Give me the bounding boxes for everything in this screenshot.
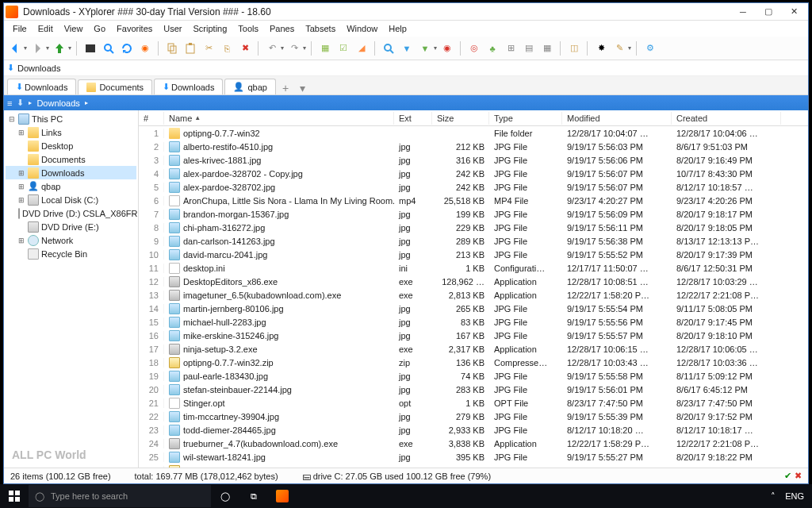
file-row[interactable]: 23todd-diemer-284465.jpgjpg2,933 KBJPG F… [139, 423, 808, 437]
undo-dropdown[interactable]: ▾ [281, 44, 284, 52]
file-row[interactable]: 17ninja-setup-3.2.exeexe2,317 KBApplicat… [139, 342, 808, 356]
tab-dropdown[interactable]: ▾ [295, 82, 310, 94]
file-row[interactable]: 15michael-hull-2283.jpgjpg83 KBJPG File9… [139, 315, 808, 329]
gear-icon[interactable]: ⚙ [642, 40, 658, 56]
tree-downloads[interactable]: ⊞Downloads [6, 166, 136, 179]
menu-go[interactable]: Go [88, 22, 111, 35]
file-row[interactable]: 25wil-stewart-18241.jpgjpg395 KBJPG File… [139, 450, 808, 464]
tool1-button[interactable]: ▦ [317, 40, 333, 56]
file-row[interactable]: 4alex-pardoe-328702 - Copy.jpgjpg242 KBJ… [139, 167, 808, 180]
new-tab-button[interactable]: + [278, 82, 293, 94]
grid2-button[interactable]: ▤ [521, 40, 537, 56]
file-row[interactable]: 16mike-erskine-315246.jpgjpg167 KBJPG Fi… [139, 329, 808, 342]
grid1-button[interactable]: ⊞ [503, 40, 519, 56]
target-button[interactable]: ◉ [137, 40, 153, 56]
file-row[interactable]: 5alex-pardoe-328702.jpgjpg242 KBJPG File… [139, 180, 808, 194]
candy-button[interactable]: ◎ [466, 40, 482, 56]
tree-this-pc[interactable]: ⊟This PC [6, 112, 136, 125]
cortana-button[interactable]: ◯ [211, 484, 239, 508]
col-ext[interactable]: Ext [394, 112, 432, 125]
tree-dvd-drive-d-csla-x86freo-[interactable]: DVD Drive (D:) CSLA_X86FREO_ [6, 206, 136, 220]
file-row[interactable]: 10david-marcu-2041.jpgjpg213 KBJPG File9… [139, 248, 808, 261]
booklet-button[interactable]: ◫ [566, 40, 582, 56]
palette-button[interactable]: ◉ [439, 40, 455, 56]
file-row[interactable]: 24trueburner_4.7(kubadownload.com).exeex… [139, 437, 808, 450]
menu-favorites[interactable]: Favorites [111, 22, 158, 35]
redo-dropdown[interactable]: ▾ [303, 44, 306, 52]
tree-links[interactable]: ⊞Links [6, 125, 136, 139]
tray-chevron-icon[interactable]: ˄ [771, 491, 776, 502]
file-row[interactable]: 6AronChupa, Little Sis Nora - Llama In M… [139, 194, 808, 207]
file-row[interactable]: 13imagetuner_6.5(kubadownload.com).exeex… [139, 288, 808, 302]
tool2-button[interactable]: ☑ [335, 40, 351, 56]
up-button[interactable] [52, 40, 67, 56]
breadcrumb-item[interactable]: Downloads [36, 98, 79, 108]
col-size[interactable]: Size [432, 112, 489, 125]
wand-button[interactable]: ✎ [611, 40, 627, 56]
tab-qbap[interactable]: 👤qbap [224, 79, 275, 94]
col-name[interactable]: Name▲ [164, 112, 394, 125]
back-dropdown[interactable]: ▾ [24, 44, 27, 52]
file-row[interactable]: 21Stinger.optopt1 KBOPT File8/23/17 7:47… [139, 396, 808, 410]
file-row[interactable]: 12DesktopEditors_x86.exeexe128,962 …Appl… [139, 275, 808, 288]
menu-user[interactable]: User [158, 22, 187, 35]
menu-tabsets[interactable]: Tabsets [300, 22, 341, 35]
tree-button[interactable]: ♣ [485, 40, 500, 56]
tree-recycle-bin[interactable]: Recycle Bin [6, 247, 136, 260]
expand-icon[interactable]: ⊞ [17, 195, 26, 205]
col-created[interactable]: Created [672, 112, 781, 125]
start-button[interactable] [0, 484, 29, 508]
delete-button[interactable]: ✖ [237, 40, 253, 56]
filter-button[interactable]: ▼ [399, 40, 415, 56]
cut-button[interactable]: ✂ [201, 40, 216, 56]
tree-dvd-drive-e-[interactable]: DVD Drive (E:) [6, 220, 136, 233]
file-row[interactable]: 1optipng-0.7.7-win32File folder12/28/17 … [139, 126, 808, 140]
expand-icon[interactable]: ⊟ [7, 114, 17, 124]
file-row[interactable]: 19paul-earle-183430.jpgjpg74 KBJPG File9… [139, 369, 808, 383]
find-button[interactable] [101, 40, 117, 56]
tree-desktop[interactable]: Desktop [6, 139, 136, 152]
file-row[interactable]: 18optipng-0.7.7-win32.zipzip136 KBCompre… [139, 356, 808, 369]
menu-tools[interactable]: Tools [232, 22, 264, 35]
tree-local-disk-c-[interactable]: ⊞Local Disk (C:) [6, 193, 136, 206]
expand-icon[interactable]: ⊞ [17, 236, 26, 245]
grid3-button[interactable]: ▦ [539, 40, 555, 56]
file-row[interactable]: 8chi-pham-316272.jpgjpg229 KBJPG File9/1… [139, 221, 808, 234]
file-row[interactable]: 20stefan-steinbauer-22144.jpgjpg283 KBJP… [139, 383, 808, 396]
copy2-button[interactable]: ⎘ [219, 40, 235, 56]
redo-button[interactable]: ↷ [286, 40, 302, 56]
expand-icon[interactable] [17, 141, 26, 151]
close-button[interactable]: ✕ [781, 3, 806, 21]
file-row[interactable]: 7brandon-morgan-15367.jpgjpg199 KBJPG Fi… [139, 207, 808, 221]
status-cancel-button[interactable]: ✖ [795, 471, 802, 481]
forward-button[interactable] [29, 40, 45, 56]
chevron-icon[interactable]: ▸ [85, 99, 88, 106]
expand-icon[interactable]: ⊞ [17, 128, 26, 137]
tree-network[interactable]: ⊞Network [6, 233, 136, 247]
menu-help[interactable]: Help [383, 22, 412, 35]
col-index[interactable]: # [139, 112, 164, 125]
refresh-button[interactable] [119, 40, 135, 56]
menu-edit[interactable]: Edit [33, 22, 59, 35]
forward-dropdown[interactable]: ▾ [46, 44, 49, 52]
expand-icon[interactable] [17, 222, 26, 232]
tool3-button[interactable]: ◢ [354, 40, 370, 56]
col-modified[interactable]: Modified [562, 112, 672, 125]
chevron-icon[interactable]: ▸ [29, 99, 32, 106]
file-row[interactable]: 9dan-carlson-141263.jpgjpg289 KBJPG File… [139, 234, 808, 248]
menu-view[interactable]: View [59, 22, 89, 35]
hamburger-icon[interactable]: ≡ [7, 98, 12, 108]
tab-downloads[interactable]: ⬇Downloads [154, 79, 223, 94]
paste-button[interactable] [182, 40, 198, 56]
tree-documents[interactable]: Documents [6, 152, 136, 166]
copy-button[interactable] [164, 40, 180, 56]
address-bar[interactable]: ⬇ Downloads [4, 60, 808, 76]
taskview-button[interactable]: ⧉ [239, 484, 268, 508]
taskbar-search[interactable]: ◯ Type here to search [29, 485, 211, 507]
menu-scripting[interactable]: Scripting [188, 22, 233, 35]
arrow-down-icon[interactable]: ⬇ [17, 98, 24, 108]
lang-indicator[interactable]: ENG [785, 491, 804, 501]
file-row[interactable]: 22tim-mccartney-39904.jpgjpg279 KBJPG Fi… [139, 410, 808, 423]
minimize-button[interactable]: ─ [730, 3, 756, 21]
menu-file[interactable]: File [7, 22, 33, 35]
